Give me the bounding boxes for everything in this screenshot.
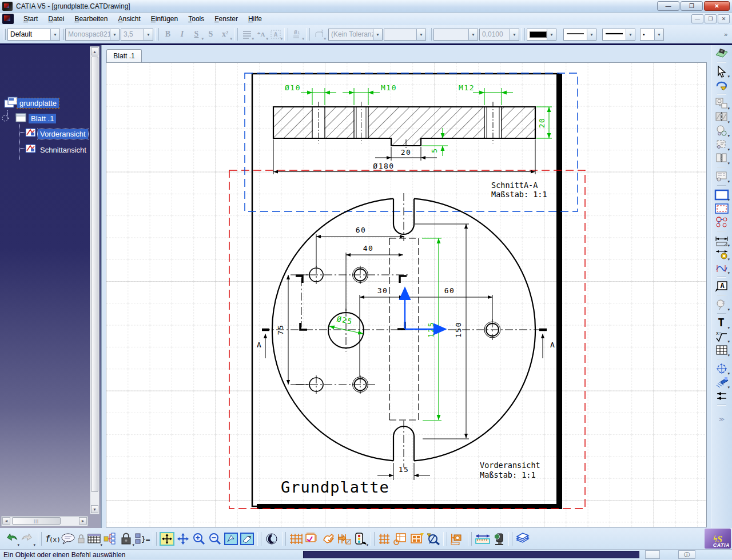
toolbar-grip[interactable] (3, 29, 6, 40)
broken-view-icon[interactable]: ▾ (714, 151, 729, 165)
tree-expander-icon[interactable] (1, 114, 10, 123)
tree-item-grundplatte[interactable]: grundplatte (17, 98, 59, 108)
normal-view-icon[interactable] (223, 531, 239, 547)
curve-dimension-icon[interactable]: ▾ (714, 261, 729, 275)
formula-fx-icon[interactable]: f(x) (44, 531, 60, 547)
info-button[interactable]: ⓘ (678, 550, 695, 559)
instantiate-2d-icon[interactable] (714, 215, 729, 229)
line-weight-combo[interactable]: ▼ (602, 29, 635, 41)
table-orange-icon[interactable] (393, 531, 409, 547)
lock-icon[interactable]: ▾ (118, 531, 134, 547)
precision-combo[interactable]: 0,0100▼ (479, 29, 519, 41)
scene-icon[interactable] (490, 531, 506, 547)
mdi-close-button[interactable]: ✕ (718, 14, 730, 23)
zoom-in-icon[interactable] (191, 531, 207, 547)
scrollbar-thumb[interactable] (91, 57, 98, 492)
scroll-down-icon[interactable]: ▼ (91, 505, 98, 513)
detail-view-icon[interactable]: ▾ (714, 124, 729, 138)
section-view-icon[interactable]: ▾ (714, 110, 729, 124)
comment-icon[interactable] (60, 531, 76, 547)
weblink-icon[interactable] (264, 531, 280, 547)
tree-item-schnittansicht[interactable]: Schnittansicht (38, 145, 89, 155)
menu-einfuegen[interactable]: Einfügen (146, 14, 183, 24)
mdi-minimize-button[interactable]: — (691, 14, 703, 23)
chevron-down-icon[interactable]: ▼ (373, 29, 382, 40)
restore-button[interactable]: ❐ (681, 1, 703, 11)
superscript-button[interactable]: x²▾ (218, 28, 232, 41)
workbench-combo[interactable]: Default▼ (7, 29, 60, 41)
drawing-sheet[interactable]: Ø10 M10 M12 20 5 (106, 63, 706, 527)
tolerance-value-combo[interactable]: ▼ (384, 29, 426, 41)
chevron-down-icon[interactable]: ▼ (110, 29, 119, 40)
text-frame-button[interactable]: A▾ (268, 28, 283, 41)
view-wizard-icon[interactable]: ▾ (714, 170, 729, 183)
status-blank-button[interactable] (645, 550, 660, 559)
undo-icon[interactable]: ▾ (3, 531, 19, 547)
tree-vertical-scrollbar[interactable]: ▲ ▼ (90, 46, 100, 514)
numerical-display-button[interactable]: 2▾ (312, 28, 326, 41)
catalog-icon[interactable] (515, 531, 531, 547)
menu-fenster[interactable]: Fenster (209, 14, 243, 24)
view-creation-icon[interactable]: ▾ (714, 97, 729, 110)
traffic-light-icon[interactable]: ▾ (352, 531, 368, 547)
fit-all-icon[interactable] (159, 531, 175, 547)
zoom-edit-icon[interactable] (425, 531, 441, 547)
clipping-view-icon[interactable]: ▾ (714, 138, 729, 151)
formula-icon[interactable]: x=▾ (714, 330, 729, 343)
redo-icon[interactable]: ▾ (19, 531, 35, 547)
text-icon[interactable]: T▾ (714, 316, 729, 330)
table-icon[interactable]: ▾ (714, 343, 729, 357)
chevron-down-icon[interactable]: ▼ (144, 29, 153, 40)
chevron-down-icon[interactable]: ▼ (626, 29, 635, 40)
chevron-down-icon[interactable]: ▼ (654, 29, 663, 40)
chevron-down-icon[interactable]: ▼ (50, 29, 59, 40)
chevron-down-icon[interactable]: ▼ (468, 29, 478, 40)
select-arrow-icon[interactable]: ▾ (714, 65, 729, 78)
color-combo[interactable]: ▼ (527, 29, 556, 41)
grid-table-icon[interactable]: ▾ (86, 531, 102, 547)
structure-icon[interactable] (102, 531, 118, 547)
pan-icon[interactable] (175, 531, 191, 547)
menu-tools[interactable]: Tools (183, 14, 209, 24)
arrow-icon[interactable] (714, 389, 729, 403)
grid-orange2-icon[interactable] (377, 531, 393, 547)
area-fill-icon[interactable]: ▾ (714, 375, 729, 389)
toolbar-grip[interactable] (61, 29, 63, 40)
scroll-left-icon[interactable]: ◄ (2, 517, 10, 525)
chevron-down-icon[interactable]: ▼ (510, 29, 519, 40)
more-chevron-icon[interactable]: ≫ (714, 412, 729, 426)
minimize-button[interactable]: — (657, 1, 679, 11)
balloon-icon[interactable]: ▾ (714, 298, 729, 311)
tolerance-type-combo[interactable]: (Kein Toleranzb▼ (328, 29, 383, 41)
text-align-button[interactable]: ▾ (240, 28, 254, 41)
dimension-edit-icon[interactable]: ▾ (714, 247, 729, 261)
insert-symbol-button[interactable]: Ø⊥▾ (290, 28, 304, 41)
table-orange2-icon[interactable] (409, 531, 425, 547)
chevron-down-icon[interactable]: ▼ (416, 29, 425, 40)
strikethrough-button[interactable]: S (204, 28, 218, 41)
sheet-tab[interactable]: Blatt .1 (106, 49, 142, 62)
bold-button[interactable]: B (161, 28, 175, 41)
chevron-down-icon[interactable]: ▼ (547, 29, 556, 40)
menu-start[interactable]: Start (18, 14, 43, 24)
grid-orange-icon[interactable] (288, 531, 304, 547)
drawing-title[interactable]: Grundplatte (281, 478, 389, 496)
line-type-combo[interactable]: ▼ (563, 29, 596, 41)
menu-ansicht[interactable]: Ansicht (113, 14, 145, 24)
scroll-right-icon[interactable]: ► (79, 517, 87, 525)
font-combo[interactable]: Monospac821▼ (65, 29, 120, 41)
tree-item-vorderansicht[interactable]: Vorderansicht (38, 129, 88, 139)
lock-brace-icon[interactable]: }= (134, 531, 150, 547)
menu-hilfe[interactable]: Hilfe (243, 14, 267, 24)
measure-icon[interactable] (474, 531, 490, 547)
scroll-up-icon[interactable]: ▲ (91, 47, 98, 55)
front-view-label[interactable]: Vorderansicht Maßstab: 1:1 (480, 461, 540, 479)
scrollbar-thumb[interactable]: ||| (12, 517, 61, 525)
anchor-point-button[interactable]: ⁺A▾ (254, 28, 268, 41)
tree-item-blatt[interactable]: Blatt .1 (29, 114, 56, 123)
lock-small-icon[interactable] (76, 531, 86, 547)
drafting-workbench-icon[interactable] (714, 46, 729, 60)
close-button[interactable]: ✕ (704, 1, 730, 11)
menu-datei[interactable]: Datei (43, 14, 69, 24)
point-style-combo[interactable]: • ▼ (640, 29, 664, 41)
